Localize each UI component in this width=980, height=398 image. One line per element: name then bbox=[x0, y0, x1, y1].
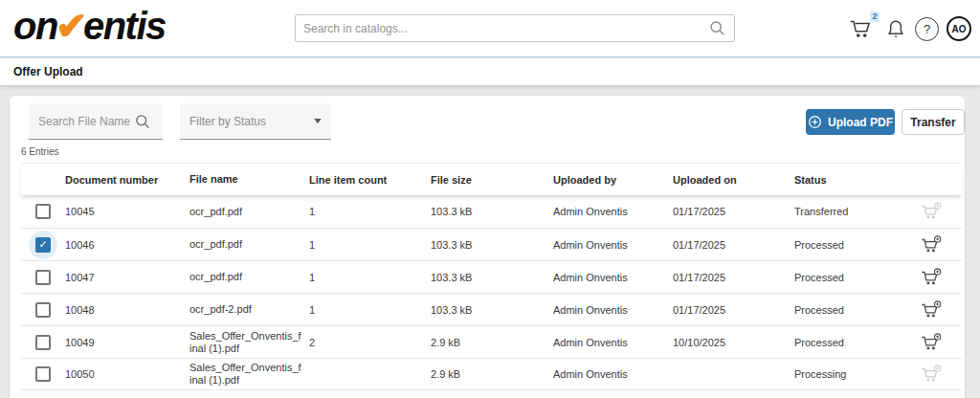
table-row: 10048 ocr_pdf-2.pdf 1 103.3 kB Admin Onv… bbox=[21, 293, 962, 325]
uploaded-by-cell: Admin Onventis bbox=[553, 239, 673, 251]
file-size-cell: 103.3 kB bbox=[431, 239, 553, 251]
row-checkbox-halo bbox=[29, 263, 57, 292]
uploaded-by-cell: Admin Onventis bbox=[553, 368, 673, 380]
table-body: 10045 ocr_pdf.pdf 1 103.3 kB Admin Onven… bbox=[21, 195, 962, 390]
row-checkbox-halo bbox=[29, 197, 57, 226]
help-button[interactable]: ? bbox=[915, 17, 939, 41]
cart-badge: 2 bbox=[870, 11, 880, 22]
uploaded-by-cell: Admin Onventis bbox=[553, 304, 673, 316]
file-size-cell: 103.3 kB bbox=[431, 304, 553, 316]
offers-table: Document number File name Line item coun… bbox=[21, 163, 962, 390]
uploaded-on-cell: 01/17/2025 bbox=[673, 206, 794, 217]
line-item-count-cell: 2 bbox=[309, 337, 431, 348]
document-number-cell: 10048 bbox=[65, 304, 189, 316]
row-checkbox[interactable] bbox=[35, 335, 51, 350]
chevron-down-icon bbox=[314, 119, 322, 123]
document-number-cell: 10045 bbox=[65, 206, 189, 217]
add-to-cart-icon[interactable] bbox=[920, 332, 943, 353]
document-number-cell: 10050 bbox=[65, 368, 189, 380]
status-cell: Processed bbox=[794, 239, 909, 251]
onventis-logo[interactable]: on✔entis bbox=[13, 4, 166, 48]
add-to-cart-icon[interactable] bbox=[920, 299, 943, 321]
status-cell: Processed bbox=[794, 337, 909, 348]
search-icon[interactable] bbox=[708, 19, 726, 37]
line-item-count-cell: 1 bbox=[309, 272, 431, 283]
line-item-count-cell: 1 bbox=[309, 206, 431, 217]
catalog-search-input[interactable] bbox=[303, 22, 708, 35]
table-header-row: Document number File name Line item coun… bbox=[21, 163, 962, 195]
search-icon[interactable] bbox=[134, 113, 151, 130]
column-header-uploaded-by: Uploaded by bbox=[553, 174, 673, 186]
question-mark-icon: ? bbox=[924, 22, 930, 36]
add-to-cart-icon[interactable] bbox=[920, 267, 943, 288]
file-name-cell: Sales_Offer_Onventis_final (1).pdf bbox=[189, 362, 309, 387]
row-checkbox-halo bbox=[29, 360, 57, 388]
row-checkbox[interactable] bbox=[35, 366, 51, 382]
user-avatar[interactable]: AO bbox=[947, 16, 971, 41]
file-name-cell: ocr_pdf.pdf bbox=[189, 238, 309, 251]
file-name-search-input[interactable] bbox=[38, 115, 134, 128]
file-name-search-box bbox=[29, 103, 163, 140]
file-name-cell: Sales_Offer_Onventis_final (1).pdf bbox=[189, 330, 309, 355]
add-to-cart-icon bbox=[920, 364, 943, 385]
document-number-cell: 10046 bbox=[65, 239, 189, 251]
uploaded-on-cell: 01/17/2025 bbox=[673, 239, 794, 251]
row-checkbox[interactable] bbox=[35, 204, 51, 219]
avatar-initials: AO bbox=[952, 24, 967, 34]
status-cell: Processed bbox=[794, 304, 909, 316]
document-number-cell: 10049 bbox=[65, 337, 189, 348]
uploaded-by-cell: Admin Onventis bbox=[553, 272, 673, 283]
status-filter-dropdown[interactable]: Filter by Status bbox=[180, 103, 331, 140]
transfer-button[interactable]: Transfer bbox=[902, 109, 965, 135]
status-cell: Transferred bbox=[794, 206, 909, 217]
logo-text-end: entis bbox=[83, 5, 166, 47]
notifications-button[interactable] bbox=[884, 17, 909, 44]
table-row: 10045 ocr_pdf.pdf 1 103.3 kB Admin Onven… bbox=[21, 195, 962, 228]
file-name-cell: ocr_pdf.pdf bbox=[189, 271, 309, 283]
add-to-cart-icon[interactable] bbox=[920, 234, 943, 255]
breadcrumb-bar: Offer Upload bbox=[0, 58, 980, 85]
header-cart-button[interactable]: 2 bbox=[848, 16, 879, 45]
offer-upload-card: Filter by Status Upload PDF Transfer 6 E… bbox=[10, 96, 965, 398]
column-header-line-item-count: Line item count bbox=[309, 174, 431, 186]
table-row: 10047 ocr_pdf.pdf 1 103.3 kB Admin Onven… bbox=[21, 260, 962, 293]
row-checkbox-halo bbox=[29, 328, 57, 357]
file-size-cell: 103.3 kB bbox=[431, 272, 553, 283]
table-row: 10049 Sales_Offer_Onventis_final (1).pdf… bbox=[21, 325, 962, 358]
row-checkbox[interactable] bbox=[35, 302, 51, 318]
uploaded-on-cell: 01/17/2025 bbox=[673, 304, 794, 316]
bell-icon bbox=[884, 17, 907, 42]
column-header-file-name: File name bbox=[189, 173, 309, 186]
page-title: Offer Upload bbox=[13, 58, 83, 85]
uploaded-on-cell: 10/10/2025 bbox=[673, 337, 794, 348]
transfer-label: Transfer bbox=[910, 116, 955, 129]
row-checkbox[interactable] bbox=[35, 270, 51, 285]
line-item-count-cell: 1 bbox=[309, 304, 431, 316]
file-size-cell: 103.3 kB bbox=[431, 206, 553, 217]
table-row: ✓ 10046 ocr_pdf.pdf 1 103.3 kB Admin Onv… bbox=[21, 228, 962, 260]
uploaded-by-cell: Admin Onventis bbox=[553, 206, 673, 217]
file-size-cell: 2.9 kB bbox=[431, 368, 553, 380]
file-name-cell: ocr_pdf.pdf bbox=[189, 206, 309, 218]
uploaded-by-cell: Admin Onventis bbox=[553, 337, 673, 348]
document-number-cell: 10047 bbox=[65, 272, 189, 283]
top-header: on✔entis 2 ? AO bbox=[0, 0, 980, 57]
plus-circle-icon bbox=[808, 115, 822, 129]
line-item-count-cell: 1 bbox=[309, 239, 431, 251]
row-checkbox-halo bbox=[29, 296, 57, 324]
file-size-cell: 2.9 kB bbox=[431, 337, 553, 348]
column-header-status: Status bbox=[794, 174, 909, 186]
file-name-cell: ocr_pdf-2.pdf bbox=[189, 303, 309, 316]
status-cell: Processing bbox=[794, 368, 909, 380]
logo-checkmark-icon: ✔ bbox=[56, 5, 86, 47]
entries-count: 6 Entries bbox=[21, 146, 58, 157]
status-filter-value: Filter by Status bbox=[189, 115, 266, 128]
row-checkbox[interactable]: ✓ bbox=[35, 237, 51, 253]
column-header-file-size: File size bbox=[431, 174, 553, 186]
upload-pdf-button[interactable]: Upload PDF bbox=[806, 109, 895, 135]
catalog-search-box bbox=[295, 14, 735, 42]
row-checkbox-halo: ✓ bbox=[29, 231, 57, 259]
table-row: 10050 Sales_Offer_Onventis_final (1).pdf… bbox=[21, 358, 962, 390]
column-header-document-number: Document number bbox=[65, 174, 189, 186]
add-to-cart-icon bbox=[920, 201, 943, 222]
